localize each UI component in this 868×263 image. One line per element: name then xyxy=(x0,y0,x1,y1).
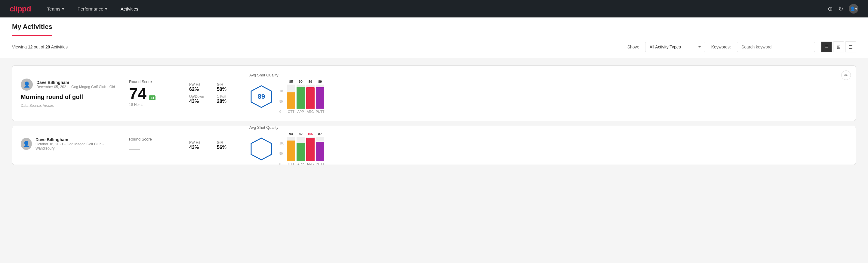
putt-bar-container xyxy=(316,85,324,109)
ott-label: OTT xyxy=(288,110,294,113)
arg-bar-container-2 xyxy=(306,137,315,161)
view-toggle: ≡ ⊞ ☰ xyxy=(821,41,856,52)
keyword-search-input[interactable] xyxy=(737,42,815,52)
viewing-middle: out of xyxy=(32,45,45,49)
user-avatar-nav[interactable]: 👤 ▾ xyxy=(849,4,858,13)
teams-chevron-icon: ▾ xyxy=(62,6,64,11)
avatar: 👤 xyxy=(21,79,33,91)
user-info: Dave Billingham December 05, 2021 - Gog … xyxy=(36,80,115,89)
arg-bar-container xyxy=(306,85,315,109)
one-putt-label: 1 Putt xyxy=(217,94,237,99)
activity-title: Morning round of golf xyxy=(21,94,117,100)
hexagon: 89 xyxy=(249,85,273,109)
data-source: Data Source: Arccos xyxy=(21,104,117,108)
bar-group-putt-2: 87 PUTT xyxy=(316,132,324,165)
show-label: Show: xyxy=(627,45,639,49)
app-logo: clippd xyxy=(10,4,31,13)
avatar-icon: 👤 xyxy=(24,81,30,88)
bar-chart: 100 50 0 85 OTT xyxy=(279,80,324,113)
bar-group-putt: 89 PUTT xyxy=(316,80,324,113)
holes-text: 18 Holes xyxy=(129,103,177,107)
y2-label-0: 0 xyxy=(279,163,284,165)
card-left-2: 👤 Dave Billingham October 16, 2021 - Gog… xyxy=(21,137,117,153)
app-bar-container-2 xyxy=(297,137,305,161)
bar-group-app: 90 APP xyxy=(297,80,305,113)
fw-hit-stat: FW Hit 62% xyxy=(189,83,210,92)
gir-value: 50% xyxy=(217,87,237,92)
ott-value: 85 xyxy=(289,80,293,83)
app-label: APP xyxy=(298,110,304,113)
ott-label-2: OTT xyxy=(288,162,294,165)
fw-hit-label: FW Hit xyxy=(189,83,210,87)
round-score-label: Round Score xyxy=(129,80,177,84)
card-left: 👤 Dave Billingham December 05, 2021 - Go… xyxy=(21,79,117,108)
activity-card-2: 👤 Dave Billingham October 16, 2021 - Gog… xyxy=(12,126,856,165)
nav-teams[interactable]: Teams ▾ xyxy=(45,0,66,18)
bar-chart-2: 100 50 0 94 OTT 82 xyxy=(279,132,324,165)
gir-stat: GIR 50% xyxy=(217,83,237,92)
avg-quality-label-2: Avg Shot Quality xyxy=(249,126,279,130)
gir-label: GIR xyxy=(217,83,237,87)
avatar-icon-2: 👤 xyxy=(23,141,29,147)
nav-activities[interactable]: Activities xyxy=(119,0,140,18)
fw-hit-value: 62% xyxy=(189,87,210,92)
viewing-suffix: Activities xyxy=(50,45,68,49)
add-icon[interactable]: ⊕ xyxy=(828,5,833,12)
grid-view-button[interactable]: ⊞ xyxy=(833,41,844,52)
gir-value-2: 56% xyxy=(217,145,237,150)
y2-label-100: 100 xyxy=(279,142,284,145)
gir-label-2: GIR xyxy=(217,141,237,145)
putt-value: 89 xyxy=(318,80,322,83)
arg-value: 89 xyxy=(309,80,312,83)
putt-bar-container-2 xyxy=(316,137,324,161)
one-putt-value: 28% xyxy=(217,99,237,104)
arg-label: ARG xyxy=(307,110,314,113)
keywords-label: Keywords: xyxy=(711,45,731,49)
round-score-section-2: Round Score — xyxy=(129,137,177,154)
viewing-text: Viewing 12 out of 29 Activities xyxy=(12,45,621,49)
putt-bar-2 xyxy=(316,142,324,161)
navbar: clippd Teams ▾ Performance ▾ Activities … xyxy=(0,0,868,18)
viewing-prefix: Viewing xyxy=(12,45,28,49)
activity-card: ✏ 👤 Dave Billingham December 05, 2021 - … xyxy=(12,65,856,121)
app-bar-container xyxy=(297,85,305,109)
y-label-100: 100 xyxy=(279,89,284,93)
page-header: My Activities xyxy=(0,18,868,36)
ott-bar-container-2 xyxy=(287,137,296,161)
refresh-icon[interactable]: ↻ xyxy=(838,5,843,12)
bar-group-arg-2: 106 ARG xyxy=(306,132,315,165)
hexagon-2 xyxy=(249,137,273,161)
user-icon: 👤 xyxy=(850,6,855,11)
list-full-view-button[interactable]: ☰ xyxy=(845,41,856,52)
nav-teams-label: Teams xyxy=(47,6,60,11)
list-compact-view-button[interactable]: ≡ xyxy=(821,41,832,52)
user-row-2: 👤 Dave Billingham October 16, 2021 - Gog… xyxy=(21,137,117,150)
user-chevron-icon: ▾ xyxy=(855,6,857,11)
activity-type-select[interactable]: All Activity Types xyxy=(645,42,705,52)
y2-label-50: 50 xyxy=(279,152,284,155)
user-date: December 05, 2021 - Gog Magog Golf Club … xyxy=(36,85,115,89)
user-row: 👤 Dave Billingham December 05, 2021 - Go… xyxy=(21,79,117,91)
one-putt-stat: 1 Putt 28% xyxy=(217,94,237,104)
app-value-2: 82 xyxy=(299,132,303,136)
avg-quality-label: Avg Shot Quality xyxy=(249,73,279,77)
fw-hit-value-2: 43% xyxy=(189,145,210,150)
updown-label: Up/Down xyxy=(189,94,210,99)
score-row: 74 +4 xyxy=(129,86,177,101)
edit-button[interactable]: ✏ xyxy=(841,70,851,80)
avg-shot-quality-section: Avg Shot Quality 89 100 50 xyxy=(249,73,394,113)
viewing-total: 29 xyxy=(45,45,50,49)
bar-group-ott: 85 OTT xyxy=(287,80,296,113)
hexagon-score: 89 xyxy=(258,93,265,100)
svg-marker-1 xyxy=(251,138,272,160)
nav-performance[interactable]: Performance ▾ xyxy=(76,0,109,18)
putt-bar xyxy=(316,87,324,109)
score-row-2: — xyxy=(129,143,177,154)
user-name: Dave Billingham xyxy=(36,80,115,85)
content-area: ✏ 👤 Dave Billingham December 05, 2021 - … xyxy=(0,58,868,172)
nav-activities-label: Activities xyxy=(121,6,138,11)
viewing-count: 12 xyxy=(28,45,33,49)
avatar-2: 👤 xyxy=(21,138,32,150)
nav-performance-label: Performance xyxy=(78,6,103,11)
app-bar-2 xyxy=(297,143,305,161)
